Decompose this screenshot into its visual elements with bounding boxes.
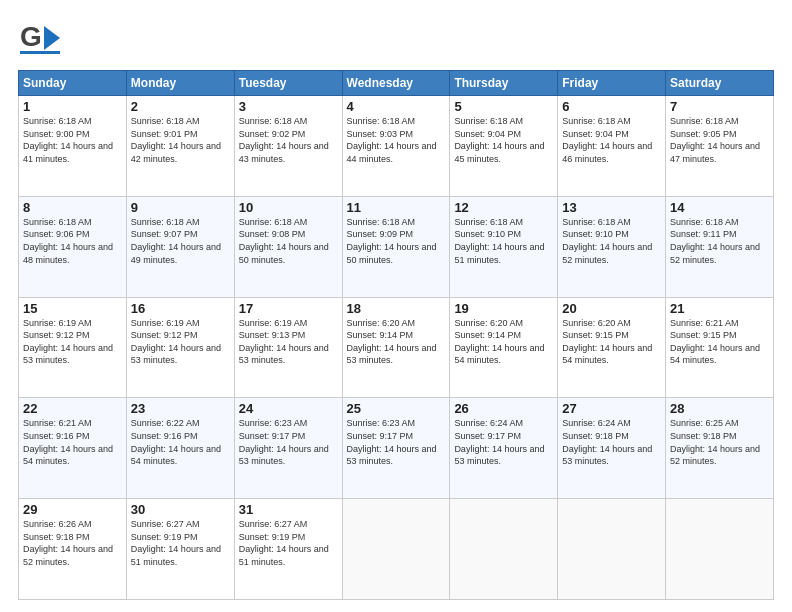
day-info: Sunrise: 6:22 AMSunset: 9:16 PMDaylight:… xyxy=(131,418,221,466)
table-row: 14 Sunrise: 6:18 AMSunset: 9:11 PMDaylig… xyxy=(666,196,774,297)
day-number: 15 xyxy=(23,301,122,316)
table-row: 13 Sunrise: 6:18 AMSunset: 9:10 PMDaylig… xyxy=(558,196,666,297)
day-info: Sunrise: 6:23 AMSunset: 9:17 PMDaylight:… xyxy=(239,418,329,466)
table-row: 12 Sunrise: 6:18 AMSunset: 9:10 PMDaylig… xyxy=(450,196,558,297)
header-sunday: Sunday xyxy=(19,71,127,96)
day-number: 8 xyxy=(23,200,122,215)
day-number: 26 xyxy=(454,401,553,416)
table-row: 9 Sunrise: 6:18 AMSunset: 9:07 PMDayligh… xyxy=(126,196,234,297)
table-row: 18 Sunrise: 6:20 AMSunset: 9:14 PMDaylig… xyxy=(342,297,450,398)
day-info: Sunrise: 6:19 AMSunset: 9:13 PMDaylight:… xyxy=(239,318,329,366)
day-number: 12 xyxy=(454,200,553,215)
day-number: 19 xyxy=(454,301,553,316)
table-row: 2 Sunrise: 6:18 AMSunset: 9:01 PMDayligh… xyxy=(126,96,234,197)
header-tuesday: Tuesday xyxy=(234,71,342,96)
day-number: 7 xyxy=(670,99,769,114)
day-info: Sunrise: 6:27 AMSunset: 9:19 PMDaylight:… xyxy=(239,519,329,567)
day-info: Sunrise: 6:27 AMSunset: 9:19 PMDaylight:… xyxy=(131,519,221,567)
day-number: 11 xyxy=(347,200,446,215)
table-row: 4 Sunrise: 6:18 AMSunset: 9:03 PMDayligh… xyxy=(342,96,450,197)
header-saturday: Saturday xyxy=(666,71,774,96)
day-number: 20 xyxy=(562,301,661,316)
day-info: Sunrise: 6:18 AMSunset: 9:04 PMDaylight:… xyxy=(454,116,544,164)
table-row: 6 Sunrise: 6:18 AMSunset: 9:04 PMDayligh… xyxy=(558,96,666,197)
day-info: Sunrise: 6:21 AMSunset: 9:16 PMDaylight:… xyxy=(23,418,113,466)
calendar-table: Sunday Monday Tuesday Wednesday Thursday… xyxy=(18,70,774,600)
logo: G xyxy=(18,18,62,60)
day-info: Sunrise: 6:20 AMSunset: 9:14 PMDaylight:… xyxy=(454,318,544,366)
table-row xyxy=(558,499,666,600)
day-number: 5 xyxy=(454,99,553,114)
day-number: 6 xyxy=(562,99,661,114)
day-info: Sunrise: 6:18 AMSunset: 9:05 PMDaylight:… xyxy=(670,116,760,164)
weekday-header-row: Sunday Monday Tuesday Wednesday Thursday… xyxy=(19,71,774,96)
day-number: 2 xyxy=(131,99,230,114)
table-row: 10 Sunrise: 6:18 AMSunset: 9:08 PMDaylig… xyxy=(234,196,342,297)
day-info: Sunrise: 6:18 AMSunset: 9:07 PMDaylight:… xyxy=(131,217,221,265)
day-info: Sunrise: 6:25 AMSunset: 9:18 PMDaylight:… xyxy=(670,418,760,466)
day-info: Sunrise: 6:18 AMSunset: 9:11 PMDaylight:… xyxy=(670,217,760,265)
header-monday: Monday xyxy=(126,71,234,96)
day-info: Sunrise: 6:18 AMSunset: 9:01 PMDaylight:… xyxy=(131,116,221,164)
day-number: 25 xyxy=(347,401,446,416)
svg-text:G: G xyxy=(20,21,42,52)
day-info: Sunrise: 6:26 AMSunset: 9:18 PMDaylight:… xyxy=(23,519,113,567)
table-row: 28 Sunrise: 6:25 AMSunset: 9:18 PMDaylig… xyxy=(666,398,774,499)
day-number: 24 xyxy=(239,401,338,416)
day-number: 16 xyxy=(131,301,230,316)
table-row: 16 Sunrise: 6:19 AMSunset: 9:12 PMDaylig… xyxy=(126,297,234,398)
calendar-row: 1 Sunrise: 6:18 AMSunset: 9:00 PMDayligh… xyxy=(19,96,774,197)
day-number: 18 xyxy=(347,301,446,316)
table-row: 7 Sunrise: 6:18 AMSunset: 9:05 PMDayligh… xyxy=(666,96,774,197)
calendar-row: 22 Sunrise: 6:21 AMSunset: 9:16 PMDaylig… xyxy=(19,398,774,499)
day-number: 29 xyxy=(23,502,122,517)
table-row: 19 Sunrise: 6:20 AMSunset: 9:14 PMDaylig… xyxy=(450,297,558,398)
logo-icon: G xyxy=(18,18,60,60)
table-row xyxy=(450,499,558,600)
day-info: Sunrise: 6:20 AMSunset: 9:15 PMDaylight:… xyxy=(562,318,652,366)
table-row: 5 Sunrise: 6:18 AMSunset: 9:04 PMDayligh… xyxy=(450,96,558,197)
day-info: Sunrise: 6:18 AMSunset: 9:02 PMDaylight:… xyxy=(239,116,329,164)
day-info: Sunrise: 6:19 AMSunset: 9:12 PMDaylight:… xyxy=(131,318,221,366)
day-number: 23 xyxy=(131,401,230,416)
table-row xyxy=(342,499,450,600)
table-row xyxy=(666,499,774,600)
svg-rect-2 xyxy=(20,51,60,54)
day-number: 1 xyxy=(23,99,122,114)
calendar-row: 29 Sunrise: 6:26 AMSunset: 9:18 PMDaylig… xyxy=(19,499,774,600)
table-row: 20 Sunrise: 6:20 AMSunset: 9:15 PMDaylig… xyxy=(558,297,666,398)
table-row: 30 Sunrise: 6:27 AMSunset: 9:19 PMDaylig… xyxy=(126,499,234,600)
table-row: 25 Sunrise: 6:23 AMSunset: 9:17 PMDaylig… xyxy=(342,398,450,499)
day-number: 17 xyxy=(239,301,338,316)
calendar-row: 8 Sunrise: 6:18 AMSunset: 9:06 PMDayligh… xyxy=(19,196,774,297)
table-row: 15 Sunrise: 6:19 AMSunset: 9:12 PMDaylig… xyxy=(19,297,127,398)
day-number: 9 xyxy=(131,200,230,215)
table-row: 29 Sunrise: 6:26 AMSunset: 9:18 PMDaylig… xyxy=(19,499,127,600)
calendar-row: 15 Sunrise: 6:19 AMSunset: 9:12 PMDaylig… xyxy=(19,297,774,398)
table-row: 11 Sunrise: 6:18 AMSunset: 9:09 PMDaylig… xyxy=(342,196,450,297)
header-wednesday: Wednesday xyxy=(342,71,450,96)
header: G xyxy=(18,18,774,60)
header-thursday: Thursday xyxy=(450,71,558,96)
day-number: 4 xyxy=(347,99,446,114)
day-info: Sunrise: 6:21 AMSunset: 9:15 PMDaylight:… xyxy=(670,318,760,366)
day-number: 13 xyxy=(562,200,661,215)
table-row: 3 Sunrise: 6:18 AMSunset: 9:02 PMDayligh… xyxy=(234,96,342,197)
table-row: 1 Sunrise: 6:18 AMSunset: 9:00 PMDayligh… xyxy=(19,96,127,197)
day-info: Sunrise: 6:20 AMSunset: 9:14 PMDaylight:… xyxy=(347,318,437,366)
day-info: Sunrise: 6:18 AMSunset: 9:03 PMDaylight:… xyxy=(347,116,437,164)
day-info: Sunrise: 6:18 AMSunset: 9:08 PMDaylight:… xyxy=(239,217,329,265)
table-row: 21 Sunrise: 6:21 AMSunset: 9:15 PMDaylig… xyxy=(666,297,774,398)
day-info: Sunrise: 6:23 AMSunset: 9:17 PMDaylight:… xyxy=(347,418,437,466)
table-row: 22 Sunrise: 6:21 AMSunset: 9:16 PMDaylig… xyxy=(19,398,127,499)
day-info: Sunrise: 6:19 AMSunset: 9:12 PMDaylight:… xyxy=(23,318,113,366)
table-row: 17 Sunrise: 6:19 AMSunset: 9:13 PMDaylig… xyxy=(234,297,342,398)
day-number: 30 xyxy=(131,502,230,517)
table-row: 31 Sunrise: 6:27 AMSunset: 9:19 PMDaylig… xyxy=(234,499,342,600)
day-info: Sunrise: 6:18 AMSunset: 9:10 PMDaylight:… xyxy=(454,217,544,265)
table-row: 27 Sunrise: 6:24 AMSunset: 9:18 PMDaylig… xyxy=(558,398,666,499)
day-number: 10 xyxy=(239,200,338,215)
day-number: 28 xyxy=(670,401,769,416)
day-number: 14 xyxy=(670,200,769,215)
day-info: Sunrise: 6:24 AMSunset: 9:18 PMDaylight:… xyxy=(562,418,652,466)
